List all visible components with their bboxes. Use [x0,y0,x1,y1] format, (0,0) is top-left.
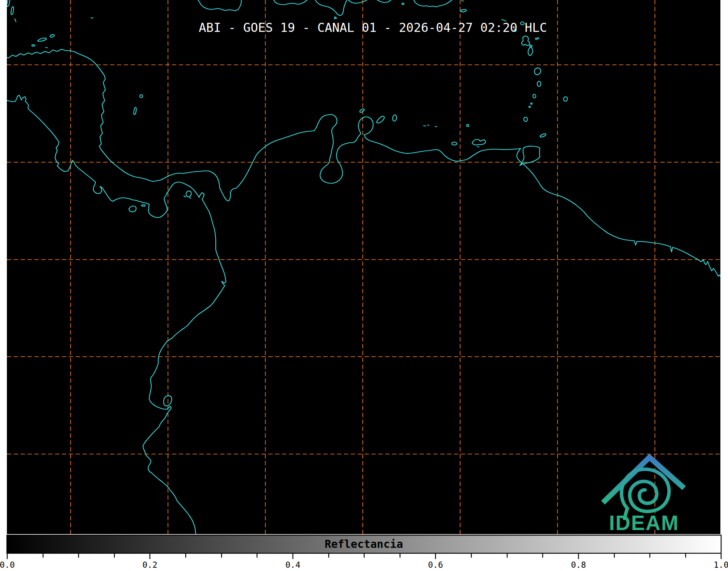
satellite-image-viewer: ABI - GOES 19 - CANAL 01 - 2026-04-27 02… [0,0,728,571]
goes-satellite-map: ABI - GOES 19 - CANAL 01 - 2026-04-27 02… [0,0,728,571]
colorbar-tick-label: 0.4 [285,560,300,570]
colorbar-tick-label: 1.0 [714,560,728,570]
logo-wordmark: IDEAM [609,511,679,534]
colorbar-tick-label: 0.8 [571,560,586,570]
colorbar-tick-label: 0.2 [142,560,157,570]
colorbar-label: Reflectancia [325,538,403,550]
colorbar-tick-label: 0.0 [0,560,15,570]
colorbar-tick-label: 0.6 [428,560,443,570]
page-title: ABI - GOES 19 - CANAL 01 - 2026-04-27 02… [199,20,547,35]
